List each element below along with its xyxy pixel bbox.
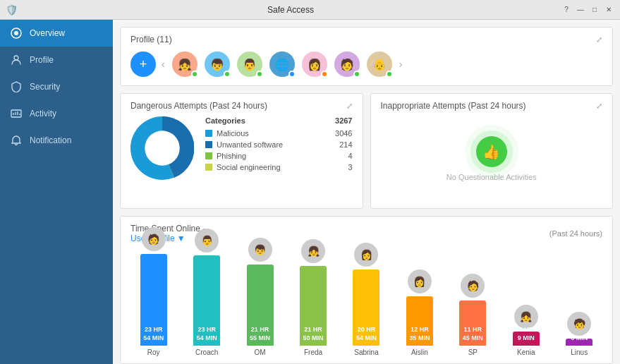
sidebar-item-activity[interactable]: Activity <box>0 100 113 127</box>
status-dot-5 <box>321 71 328 78</box>
stats-row: Dangerous Attempts (Past 24 hours) ⤢ <box>120 93 613 209</box>
social-label: Social engineering <box>217 163 281 171</box>
activity-icon <box>10 107 23 120</box>
security-icon <box>10 80 23 93</box>
bar-label-6: SP <box>468 348 478 356</box>
unwanted-label: Unwanted software <box>217 140 283 149</box>
avatar-7[interactable]: 👴 <box>365 50 394 78</box>
malicious-color <box>205 130 212 137</box>
bar-label-3: Freda <box>304 348 322 356</box>
avatar-6[interactable]: 🧑 <box>333 50 361 78</box>
sidebar-item-overview[interactable]: Overview <box>0 20 113 47</box>
bar-hours-4: 20 HR <box>358 325 376 334</box>
unwanted-color <box>205 141 212 148</box>
title-bar: 🛡️ Safe Access ? — □ ✕ <box>0 0 620 20</box>
bar-hours-6: 11 HR <box>464 325 482 334</box>
bar-column-om: 👦21 HR55 MINOM <box>237 238 283 356</box>
no-activity-label: No Questionable Activities <box>446 173 537 181</box>
bar-avatar-3: 👧 <box>301 239 325 263</box>
inappropriate-expand-icon[interactable]: ⤢ <box>596 102 602 111</box>
next-avatar-button[interactable]: › <box>398 57 404 71</box>
bar-hours-2: 21 HR <box>251 325 269 334</box>
close-button[interactable]: ✕ <box>603 4 614 16</box>
bar-mins-3: 50 MIN <box>303 334 324 343</box>
malicious-value: 3046 <box>335 129 352 138</box>
maximize-button[interactable]: □ <box>589 4 600 16</box>
time-period-label: (Past 24 hours) <box>549 229 602 238</box>
dangerous-expand-icon[interactable]: ⤢ <box>346 102 353 111</box>
bar-hours-7: 2 HR <box>519 325 534 334</box>
bar-mins-2: 55 MIN <box>250 334 270 343</box>
svg-point-9 <box>145 131 180 166</box>
status-dot-2 <box>224 71 231 78</box>
avatar-5[interactable]: 👩 <box>300 50 329 78</box>
bar-label-2: OM <box>255 348 266 356</box>
overview-icon <box>10 27 23 40</box>
minimize-button[interactable]: — <box>575 4 586 16</box>
bar-label-0: Roy <box>147 348 160 356</box>
bar-mins-6: 45 MIN <box>463 334 483 343</box>
bar-om: 21 HR55 MIN <box>247 265 274 346</box>
avatar-3[interactable]: 👨 <box>236 50 264 78</box>
bar-label-4: Sabrina <box>354 348 378 356</box>
notification-icon <box>10 134 23 147</box>
phishing-value: 4 <box>348 152 352 160</box>
avatar-4[interactable]: 🌐 <box>268 50 296 78</box>
bar-mins-1: 54 MIN <box>197 334 217 343</box>
bar-column-freda: 👧21 HR50 MINFreda <box>290 239 336 356</box>
avatar-1[interactable]: 👧 <box>171 50 199 78</box>
dangerous-pie-chart <box>130 116 194 180</box>
avatar-2[interactable]: 👦 <box>203 50 231 78</box>
window-controls: ? — □ ✕ <box>561 4 614 16</box>
bar-avatar-4: 👩 <box>354 243 378 267</box>
bar-label-1: Croach <box>195 348 218 356</box>
bar-avatar-5: 👩 <box>408 269 432 293</box>
bar-aislin: 12 HR35 MIN <box>406 296 433 346</box>
bar-column-linus: 🧒6 MINLinus <box>557 312 602 356</box>
profile-expand-icon[interactable]: ⤢ <box>596 35 602 44</box>
svg-point-2 <box>14 56 18 60</box>
legend-item-phishing: Phishing 4 <box>205 152 353 160</box>
phishing-color <box>205 152 212 159</box>
bar-mins-7: 9 MIN <box>518 334 535 343</box>
bar-column-aislin: 👩12 HR35 MINAislin <box>396 269 442 356</box>
bar-sp: 11 HR45 MIN <box>459 301 486 346</box>
add-profile-button[interactable]: + <box>130 51 156 77</box>
legend-item-social: Social engineering 3 <box>205 163 353 171</box>
thumbs-up-icon: 👍 <box>476 136 507 167</box>
help-button[interactable]: ? <box>561 4 572 16</box>
bar-avatar-1: 👨 <box>195 229 219 253</box>
inappropriate-title: Inappropriate Attempts (Past 24 hours) <box>381 101 526 111</box>
bar-label-5: Aislin <box>411 348 428 356</box>
dangerous-card: Dangerous Attempts (Past 24 hours) ⤢ <box>120 93 363 209</box>
bar-hours-3: 21 HR <box>304 325 322 334</box>
phishing-label: Phishing <box>217 152 246 160</box>
app-title: Safe Access <box>20 5 561 15</box>
status-dot-7 <box>386 71 393 78</box>
legend-total: 3267 <box>335 116 352 125</box>
bar-mins-0: 54 MIN <box>143 334 164 343</box>
bar-mins-4: 54 MIN <box>356 334 377 343</box>
app-icon: 🛡️ <box>6 4 18 16</box>
time-spent-card: Time Spent Online · User Profile ▼ (Past… <box>120 216 613 364</box>
inappropriate-card: Inappropriate Attempts (Past 24 hours) ⤢… <box>370 93 614 209</box>
bar-roy: 23 HR54 MIN <box>140 254 167 346</box>
svg-point-1 <box>14 31 18 35</box>
sidebar-item-profile[interactable]: Profile <box>0 47 113 73</box>
bar-label-8: Linus <box>571 348 588 356</box>
bar-sabrina: 20 HR54 MIN <box>353 269 379 346</box>
sidebar-label-activity: Activity <box>30 109 56 119</box>
bar-column-kenia: 👧2 HR9 MINKenia <box>503 305 549 356</box>
sidebar-item-notification[interactable]: Notification <box>0 127 113 154</box>
bar-kenia: 2 HR9 MIN <box>513 332 540 346</box>
profile-avatars-row: + ‹ 👧 👦 👨 🌐 <box>130 50 602 78</box>
content-area: Profile (11) ⤢ + ‹ 👧 👦 👨 <box>113 20 620 364</box>
legend-categories-label: Categories <box>205 116 245 125</box>
sidebar-label-overview: Overview <box>30 28 65 38</box>
bar-mins-only-8: 6 MIN <box>571 334 588 343</box>
bar-avatar-0: 🧑 <box>142 227 166 251</box>
prev-avatar-button[interactable]: ‹ <box>160 57 166 71</box>
bar-linus: 6 MIN <box>566 339 592 346</box>
sidebar-item-security[interactable]: Security <box>0 73 113 100</box>
malicious-label: Malicious <box>217 129 249 138</box>
